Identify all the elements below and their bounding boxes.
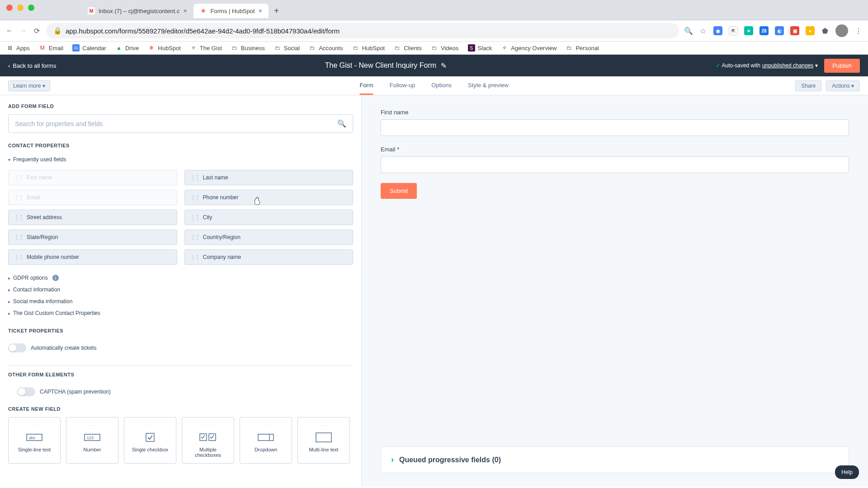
zoom-icon[interactable]: 🔍: [684, 27, 693, 35]
auto-tickets-toggle[interactable]: [8, 343, 26, 352]
field-state-region[interactable]: ⋮⋮State/Region: [8, 230, 177, 245]
field-label: First name: [381, 109, 849, 116]
edit-title-icon[interactable]: ✎: [441, 61, 447, 70]
bookmark-slack[interactable]: SSlack: [468, 44, 492, 52]
social-media-group[interactable]: ▸ Social media information: [8, 296, 353, 307]
avatar[interactable]: [835, 24, 848, 37]
email-input[interactable]: [381, 156, 849, 173]
queued-progressive-fields[interactable]: › Queued progressive fields (0): [381, 446, 849, 473]
bookmark-business[interactable]: 🗀Business: [231, 44, 265, 52]
submit-button[interactable]: Submit: [381, 183, 417, 199]
field-label: Company name: [203, 254, 241, 260]
field-street-address[interactable]: ⋮⋮Street address: [8, 210, 177, 225]
back-to-forms-link[interactable]: ‹ Back to all forms: [8, 62, 56, 69]
tab-follow-up[interactable]: Follow-up: [390, 76, 415, 95]
new-number[interactable]: ⋯⋯ 123 Number: [66, 417, 118, 464]
publish-button[interactable]: Publish: [824, 59, 860, 73]
ext-icon[interactable]: ▣: [790, 26, 799, 35]
bookmark-clients[interactable]: 🗀Clients: [394, 44, 422, 52]
search-icon: 🔍: [337, 119, 346, 128]
close-window-icon[interactable]: [6, 5, 13, 11]
field-company-name[interactable]: ⋮⋮Company name: [184, 249, 354, 265]
tab-inbox[interactable]: M Inbox (7) – cj@thegistcontent.c ×: [81, 4, 193, 18]
extensions-icon[interactable]: ⬟: [821, 27, 829, 35]
menu-icon[interactable]: ⋮: [854, 27, 863, 35]
new-dropdown[interactable]: ⋯⋯ Dropdown: [240, 417, 292, 464]
app-header: ‹ Back to all forms The Gist - New Clien…: [0, 55, 868, 76]
preview-field-email[interactable]: Email *: [381, 146, 849, 173]
folder-icon: 🗀: [394, 44, 401, 52]
actions-button[interactable]: Actions ▾: [826, 80, 860, 91]
bookmark-label: Calendar: [82, 45, 106, 52]
page-title: The Gist - New Client Inquiry Form: [325, 61, 436, 70]
bookmark-hubspot-folder[interactable]: 🗀HubSpot: [352, 44, 385, 52]
ext-icon[interactable]: ◐: [775, 26, 784, 35]
drive-icon: ▲: [115, 44, 123, 52]
bookmark-hubspot[interactable]: ✱HubSpot: [148, 44, 181, 52]
folder-icon: 🗀: [352, 44, 359, 52]
ext-icon[interactable]: ◉: [713, 26, 722, 35]
back-icon[interactable]: ←: [5, 27, 14, 35]
bookmark-email[interactable]: MEmail: [39, 44, 64, 52]
field-city[interactable]: ⋮⋮City: [184, 210, 354, 225]
frequently-used-fields-group[interactable]: ▾ Frequently used fields: [8, 154, 353, 165]
bookmark-videos[interactable]: 🗀Videos: [431, 44, 459, 52]
bookmark-personal[interactable]: 🗀Personal: [566, 44, 599, 52]
caret-right-icon: ▸: [8, 287, 10, 292]
bookmark-drive[interactable]: ▲Drive: [115, 44, 139, 52]
bookmark-gist[interactable]: ✧The Gist: [190, 44, 222, 52]
form-preview-panel: First name Email * Submit › Queued progr…: [362, 95, 868, 487]
tab-options[interactable]: Options: [431, 76, 452, 95]
field-label: Phone number: [203, 194, 239, 201]
ext-icon[interactable]: ⇱: [729, 26, 738, 35]
new-single-line-text[interactable]: ⋯⋯ abc Single-line text: [8, 417, 61, 464]
share-button[interactable]: Share: [795, 80, 821, 91]
agency-icon: ✧: [501, 44, 508, 52]
contact-info-group[interactable]: ▸ Contact information: [8, 284, 353, 296]
nav-bar: ← → ⟳ 🔒 app.hubspot.com/forms/5589279/ed…: [0, 20, 868, 42]
reload-icon[interactable]: ⟳: [33, 27, 41, 35]
chevron-left-icon: ‹: [8, 62, 10, 69]
star-icon[interactable]: ☆: [699, 27, 707, 35]
bookmark-agency[interactable]: ✧Agency Overview: [501, 44, 557, 52]
tab-style-preview[interactable]: Style & preview: [468, 76, 509, 95]
tab-form[interactable]: Form: [359, 76, 373, 95]
field-country-region[interactable]: ⋮⋮Country/Region: [184, 230, 354, 245]
field-mobile-phone[interactable]: ⋮⋮Mobile phone number: [8, 249, 177, 265]
new-multiple-checkboxes[interactable]: ⋯⋯ Multiple checkboxes: [182, 417, 234, 464]
browser-chrome: M Inbox (7) – cj@thegistcontent.c × ✱ Fo…: [0, 0, 868, 20]
ext-icon[interactable]: ●: [806, 26, 815, 35]
bookmark-social[interactable]: 🗀Social: [274, 44, 300, 52]
close-tab-icon[interactable]: ×: [183, 7, 187, 14]
bookmark-calendar[interactable]: 31Calendar: [72, 44, 106, 52]
field-phone-number[interactable]: ⋮⋮Phone number: [184, 190, 354, 205]
bookmark-accounts[interactable]: 🗀Accounts: [309, 44, 343, 52]
forward-icon[interactable]: →: [19, 27, 27, 35]
ext-icon[interactable]: ✕: [744, 26, 753, 35]
close-tab-icon[interactable]: ×: [259, 7, 262, 14]
new-field-label: Single checkbox: [132, 447, 168, 452]
custom-properties-group[interactable]: ▸ The Gist Custom Contact Properties: [8, 307, 353, 319]
new-multi-line-text[interactable]: ⋯⋯ Multi-line text: [297, 417, 350, 464]
bookmark-label: Agency Overview: [511, 45, 557, 52]
tab-hubspot[interactable]: ✱ Forms | HubSpot ×: [193, 4, 269, 18]
help-button[interactable]: Help: [835, 465, 859, 479]
preview-field-first-name[interactable]: First name: [381, 109, 849, 136]
captcha-toggle[interactable]: [17, 387, 35, 396]
first-name-input[interactable]: [381, 119, 849, 136]
slack-icon: S: [468, 44, 475, 52]
learn-more-button[interactable]: Learn more ▾: [8, 80, 50, 91]
new-single-checkbox[interactable]: ⋯⋯ Single checkbox: [124, 417, 176, 464]
autosave-status[interactable]: ✓ Auto-saved with unpublished changes ▾: [716, 62, 818, 69]
url-bar[interactable]: 🔒 app.hubspot.com/forms/5589279/editor/d…: [46, 23, 679, 38]
bookmark-apps[interactable]: ⊞Apps: [6, 44, 30, 52]
minimize-window-icon[interactable]: [17, 5, 24, 11]
maximize-window-icon[interactable]: [28, 5, 34, 11]
ext-icon[interactable]: 28: [760, 26, 769, 35]
search-input[interactable]: [15, 120, 337, 127]
search-field-box[interactable]: 🔍: [8, 114, 353, 133]
field-last-name[interactable]: ⋮⋮Last name: [184, 170, 354, 185]
gdpr-options-group[interactable]: ▸ GDPR options i: [8, 272, 353, 284]
actions-label: Actions: [832, 83, 849, 89]
new-tab-button[interactable]: +: [269, 6, 285, 16]
